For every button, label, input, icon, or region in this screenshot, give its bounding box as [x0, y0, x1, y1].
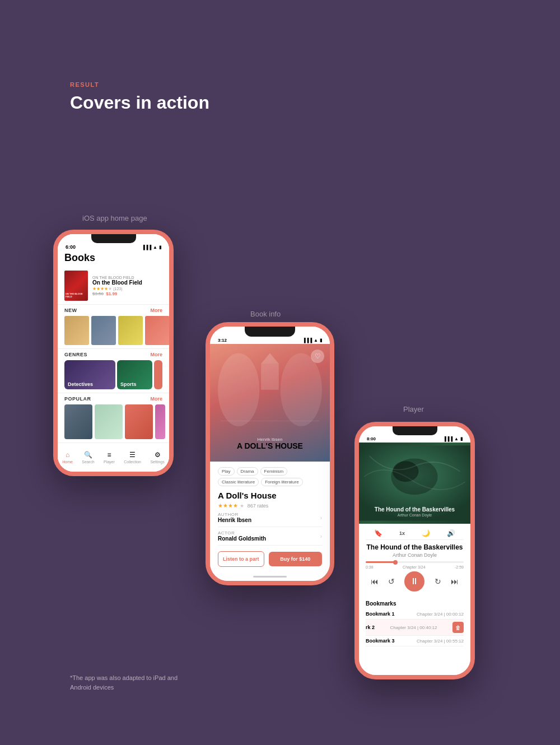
popular-thumb-1[interactable]	[64, 404, 92, 439]
author-row[interactable]: AUTHOR Henrik Ibsen ›	[218, 509, 322, 527]
new-section-header: NEW More	[58, 305, 169, 315]
collection-icon: ☰	[129, 451, 136, 459]
book-thumb-3[interactable]	[118, 316, 143, 345]
phone2-notch	[245, 327, 295, 337]
progress-bar[interactable]	[366, 561, 464, 563]
moon-icon[interactable]: 🌙	[422, 529, 430, 537]
play-pause-btn[interactable]: ⏸	[404, 571, 424, 592]
phone1-time: 6:00	[66, 244, 76, 250]
book-thumb-1[interactable]	[64, 316, 89, 345]
doll-house-title: A DOLL'S HOUSE	[237, 442, 303, 450]
phone3-screen: 8:00 ▐▐▐ ▲ ▮	[359, 426, 470, 675]
phone2-wifi: ▲	[314, 338, 318, 343]
actor-value: Ronald Goldsmith	[218, 536, 266, 542]
bookmark-3-chapter: Chapter 3/24 | 00:55:12	[417, 639, 464, 644]
time-row: 0:38 Chapter 3/24 -2:59	[366, 565, 464, 569]
baskervilles-author: Arthur Conan Doyle	[366, 513, 464, 517]
volume-icon[interactable]: 🔊	[447, 529, 455, 537]
popular-thumb-4[interactable]	[155, 404, 165, 439]
phone2-time: 3:12	[218, 338, 227, 343]
nav-home[interactable]: ⌂ Home	[62, 451, 73, 464]
phone1-screen: 6:00 ▐▐▐ ▲ ▮ Books ON THE BLOOD FIELD ON…	[58, 234, 169, 472]
bookmark-row-1[interactable]: Bookmark 1 Chapter 3/24 | 00:00:12	[366, 609, 464, 620]
featured-cover: ON THE BLOOD FIELD	[64, 271, 88, 301]
genres-more[interactable]: More	[150, 352, 162, 357]
result-label: RESULT	[70, 81, 99, 88]
buy-btn[interactable]: Buy for $140	[269, 552, 322, 566]
popular-row	[58, 403, 169, 443]
footnote: *The app was also adapted to iPad and An…	[70, 673, 182, 692]
bookmark-row-3[interactable]: Bookmark 3 Chapter 3/24 | 00:55:12	[366, 636, 464, 646]
bookmark-icon[interactable]: 🔖	[374, 529, 382, 537]
genre-detectives[interactable]: Detectives	[64, 360, 115, 389]
book-thumb-2[interactable]	[91, 316, 116, 345]
book-rating-row: ★★★★★ 867 rates	[218, 502, 322, 509]
book-title: A Doll's House	[218, 491, 322, 500]
skip-forward-btn[interactable]: ⏭	[451, 577, 459, 586]
nav-player-label: Player	[104, 460, 115, 464]
actor-label: ACTOR	[218, 530, 266, 536]
popular-label: POPULAR	[64, 396, 91, 402]
actor-row[interactable]: ACTOR Ronald Goldsmith ›	[218, 527, 322, 546]
battery-icon: ▮	[159, 245, 161, 250]
tag-foreign[interactable]: Foreign literature	[261, 478, 302, 486]
tag-play[interactable]: Play	[218, 467, 235, 476]
new-label: NEW	[64, 308, 77, 313]
bottom-nav: ⌂ Home 🔍 Search ≡ Player ☰ Collection ⚙ …	[58, 443, 169, 472]
player-icons-row: 🔖 1x 🌙 🔊	[366, 527, 464, 540]
nav-search[interactable]: 🔍 Search	[82, 451, 94, 464]
featured-subtitle: ON THE BLOOD FIELD	[92, 276, 162, 280]
book-thumb-4[interactable]	[145, 316, 169, 345]
nav-collection[interactable]: ☰ Collection	[124, 451, 141, 464]
bookmark-2-chapter: Chapter 3/24 | 00:40:12	[390, 625, 437, 630]
signal-icon: ▐▐▐	[142, 245, 151, 250]
time-remaining: -2:59	[455, 565, 464, 569]
popular-section-header: POPULAR More	[58, 393, 169, 403]
phone1-label: iOS app home page	[82, 214, 147, 222]
baskervilles-cover: The Hound of the Baskervilles Arthur Con…	[359, 443, 470, 524]
author-value: Henrik Ibsen	[218, 517, 251, 523]
page-title: Covers in action	[70, 92, 209, 113]
new-books-row	[58, 315, 169, 349]
genre-sports[interactable]: Sports	[117, 360, 152, 389]
nav-collection-label: Collection	[124, 460, 141, 464]
listen-btn[interactable]: Listen to a part	[218, 551, 264, 567]
new-more[interactable]: More	[150, 308, 162, 313]
genre-detectives-label: Detectives	[68, 381, 93, 387]
genre-row: Detectives Sports	[58, 359, 169, 393]
tag-classic[interactable]: Classic literature	[218, 478, 259, 486]
phone3-signal: ▐▐▐	[443, 436, 452, 441]
genre-extra[interactable]	[154, 360, 162, 389]
popular-more[interactable]: More	[150, 396, 162, 402]
tag-feminism[interactable]: Feminism	[260, 467, 288, 476]
tag-drama[interactable]: Drama	[237, 467, 258, 476]
phone3-wifi: ▲	[454, 436, 459, 441]
author-arrow: ›	[320, 515, 322, 521]
phone1: 6:00 ▐▐▐ ▲ ▮ Books ON THE BLOOD FIELD ON…	[53, 230, 174, 476]
book-info-content: Play Drama Feminism Classic literature F…	[210, 462, 330, 572]
nav-settings[interactable]: ⚙ Settings	[150, 451, 164, 464]
rating-count: 867 rates	[248, 503, 269, 509]
svg-point-7	[393, 461, 418, 482]
skip-back-btn[interactable]: ⏮	[371, 577, 379, 586]
chapter-info: Chapter 3/24	[403, 565, 425, 569]
speed-control[interactable]: 1x	[399, 530, 405, 536]
baskervilles-title: The Hound of the Baskervilles	[366, 506, 464, 513]
popular-thumb-2[interactable]	[95, 404, 123, 439]
player-book-author: Arthur Conan Doyle	[366, 552, 464, 558]
heart-btn[interactable]: ♡	[311, 350, 324, 363]
dolls-house-cover: Henrik Ibsen A DOLL'S HOUSE ♡	[210, 344, 330, 462]
forward-btn[interactable]: ↻	[435, 577, 441, 586]
nav-player[interactable]: ≡ Player	[104, 451, 115, 464]
bookmarks-section: Bookmarks Bookmark 1 Chapter 3/24 | 00:0…	[359, 598, 470, 649]
rewind-btn[interactable]: ↺	[388, 577, 395, 586]
featured-book[interactable]: ON THE BLOOD FIELD ON THE BLOOD FIELD On…	[58, 267, 169, 305]
bookmark-delete-btn[interactable]: 🗑	[452, 622, 464, 633]
phone3-battery: ▮	[460, 436, 463, 441]
progress-dot	[393, 560, 398, 565]
phone3-time: 8:00	[367, 436, 376, 441]
tags-row: Play Drama Feminism Classic literature F…	[218, 467, 322, 486]
player-book-title: The Hound of the Baskervilles	[366, 543, 464, 551]
popular-thumb-3[interactable]	[125, 404, 153, 439]
bookmark-row-2[interactable]: rk 2 Chapter 3/24 | 00:40:12 🗑	[366, 620, 464, 636]
